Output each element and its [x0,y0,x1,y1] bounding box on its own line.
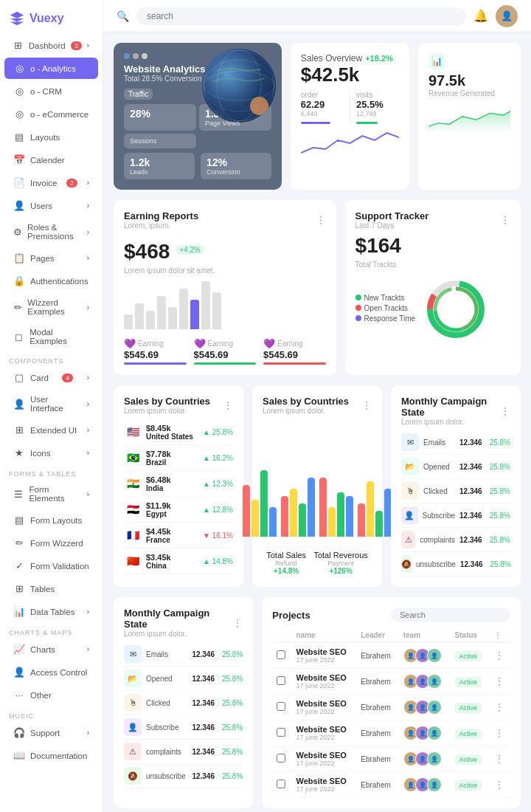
support-label-2: Open Trackts [364,304,408,312]
sidebar-item-icons[interactable]: ★ Icons › [4,442,98,464]
team-avatars: 👤👤👤 [403,751,446,766]
calendar-icon: 📅 [13,154,25,165]
sidebar-item-form-wizzerd[interactable]: ✏ Form Wizzerd [4,532,98,554]
countries-menu[interactable]: ⋮ [223,399,233,411]
sidebar-item-charts[interactable]: 📈 Charts › [4,639,98,660]
campaign-name: Subscribe [146,723,187,732]
project-name: Website SEO [296,777,353,785]
total-2-label: Total Reverous [313,551,367,560]
globe-visual [202,49,276,123]
traffic-box-pct: 28% [124,104,196,131]
campaign2-menu[interactable]: ⋮ [232,617,243,629]
wizzerd-icon: ✏ [13,302,22,313]
sidebar-item-other[interactable]: ··· Other [4,684,98,706]
bar-countries-subtitle: Lorem ipsum dolor. [263,407,349,415]
bar-countries-title: Sales by Countries [263,396,349,407]
sidebar-item-pages[interactable]: 📋 Pages › [4,247,98,269]
row-checkbox[interactable] [277,676,285,685]
row-menu[interactable]: ⋮ [494,753,504,765]
sidebar-item-card[interactable]: ▢ Card 4 › [4,367,98,388]
sidebar-item-analytics[interactable]: ◎ o - Analytics [4,58,98,79]
support-menu[interactable]: ⋮ [500,214,510,226]
order-count: 6,440 [301,110,344,117]
actions-cell: ⋮ [490,772,510,798]
projects-search-input[interactable] [391,608,510,622]
sidebar-item-dashboard[interactable]: ⊞ Dashbord 3 › [4,35,98,56]
campaign-row: ✉ Emails 12.346 25.8% [124,642,243,667]
sidebar-item-form-layouts[interactable]: ▤ Form Layouts [4,509,98,531]
sidebar-item-form-validation[interactable]: ✓ Form Validation [4,555,98,577]
sidebar-item-roles[interactable]: ⚙ Roles & Premissions › [4,218,98,246]
sidebar-item-wizzerd[interactable]: ✏ Wizzerd Examples › [4,293,98,321]
campaign-icon: 🖱 [124,694,142,712]
sidebar-item-modal[interactable]: ◻ Modal Examples [4,323,98,351]
sidebar-item-ui[interactable]: 👤 User Interface › [4,390,98,418]
bar-countries-menu[interactable]: ⋮ [361,399,372,411]
support-body: New Trackts Open Trackts Response Time [355,273,510,343]
sidebar-item-extended[interactable]: ⊞ Extended UI › [4,419,98,441]
earning-card: Earning Reports Lorem, ipsum. ⋮ $468 +4.… [114,200,336,375]
team-avatars: 👤👤👤 [403,648,446,663]
country-name: Brazil [146,458,198,467]
charts-section-label: Charts & Maps [0,623,103,638]
support-item-3: Response Time [355,314,415,323]
row-checkbox[interactable] [277,702,285,711]
campaign-val: 12.346 [460,560,483,568]
sidebar-item-crm[interactable]: ◎ o - CRM [4,80,98,102]
row-menu[interactable]: ⋮ [494,675,504,687]
sidebar-item-ecommerce[interactable]: ◎ o - eCommerce [4,103,98,125]
sidebar-item-form-elements[interactable]: ☰ Form Elements › [4,480,98,508]
sidebar-item-data-tables[interactable]: 📊 Data Tables › [4,601,98,622]
team-cell: 👤👤👤 [399,669,451,695]
country-val: $8.45k [146,424,198,433]
user-avatar[interactable]: 👤 [496,5,518,27]
earning-subtitle: Lorem, ipsum. [124,221,198,230]
project-date: 17 june 2022 [296,785,353,793]
team-cell: 👤👤👤 [399,695,451,720]
sidebar-item-calender[interactable]: 📅 Calender [4,149,98,171]
sidebar-item-authentications[interactable]: 🔒 Authentications [4,270,98,292]
sidebar-item-access[interactable]: 👤 Access Control [4,661,98,683]
country-row: 🇧🇷 $7.78k Brazil ▲ 16.2% [124,445,233,471]
support-items: New Trackts Open Trackts Response Time [355,294,415,323]
traffic-box-sessions: Sessions [124,134,196,148]
bar-countries-card: Sales by Countries Lorem ipsum dolor. ⋮ … [252,385,382,587]
sales-divider: order 62.29 6,440 visits 25.5% 12,749 [301,91,399,124]
campaign-menu[interactable]: ⋮ [500,405,510,417]
search-input[interactable] [136,7,466,25]
row-menu[interactable]: ⋮ [494,701,504,713]
sidebar-item-support[interactable]: 🎧 Support › [4,722,98,743]
bar [168,307,177,329]
row-menu[interactable]: ⋮ [494,650,504,661]
dashboard-badge: 3 [71,41,82,50]
sidebar-item-docs[interactable]: 📖 Documentation [4,745,98,766]
table-row: Website SEO 17 june 2022 Ebrahem 👤👤👤 Act… [272,695,510,720]
bar-countries-titles: Sales by Countries Lorem ipsum dolor. [263,396,349,415]
row-menu[interactable]: ⋮ [494,727,504,739]
earning-menu[interactable]: ⋮ [316,214,326,226]
sidebar-item-users[interactable]: 👤 Users › [4,195,98,216]
row-checkbox[interactable] [277,728,285,737]
total-2-val: +126% [313,567,367,575]
sales-amount: $42.5k [301,63,399,86]
sidebar-item-layouts[interactable]: ▤ Layouts [4,126,98,148]
country-row: 🇮🇳 $6.48k India ▲ 12.3% [124,471,233,497]
earn-item-label-row: 💜 Earning [124,338,187,349]
col-team: team [399,628,451,643]
earning-desc: Lorem ipsum dolor sit amet. [124,266,326,275]
conv-box: 12% Conversion [201,153,271,179]
row-checkbox[interactable] [277,754,285,763]
earn-bar-1 [124,362,187,365]
row-checkbox[interactable] [277,650,285,659]
row-checkbox[interactable] [277,780,285,788]
row-menu[interactable]: ⋮ [494,779,504,791]
earn-val-1: $545.69 [124,349,187,360]
notification-icon[interactable]: 🔔 [473,9,488,23]
countries-list: 🇺🇸 $8.45k United States ▲ 25.8% 🇧🇷 $7.78… [124,419,233,574]
sidebar-item-invoice[interactable]: 📄 Invoice 2 › [4,172,98,193]
chevron-icon: › [87,729,89,737]
col-checkbox [272,628,291,643]
campaign-val: 12.346 [192,675,215,683]
sidebar-item-tables[interactable]: ⊞ Tables [4,578,98,599]
table-row: Website SEO 17 june 2022 Ebrahem 👤👤👤 Act… [272,746,510,772]
